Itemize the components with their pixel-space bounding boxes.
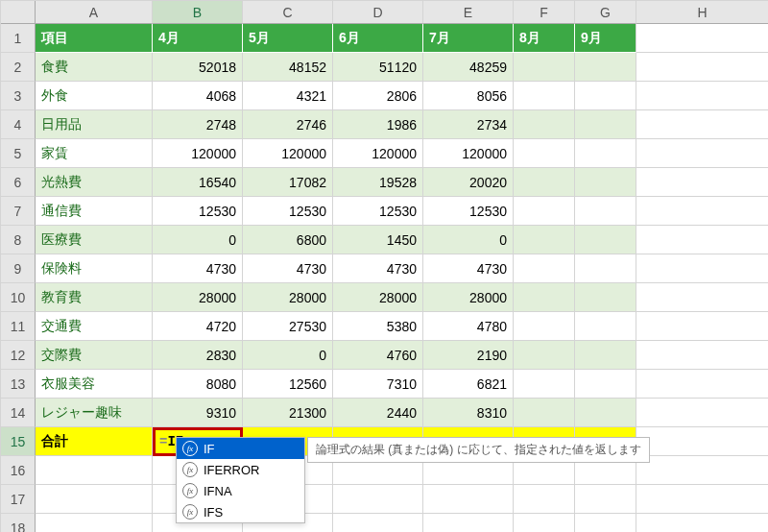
empty-cell[interactable] xyxy=(636,82,768,110)
table-cell[interactable] xyxy=(575,82,636,110)
row-header-15[interactable]: 15 xyxy=(1,427,36,456)
empty-cell[interactable] xyxy=(423,485,514,514)
row-header[interactable]: 9 xyxy=(1,254,36,283)
row-header[interactable]: 11 xyxy=(1,312,36,341)
table-cell[interactable] xyxy=(575,283,636,312)
table-cell-item[interactable]: 教育費 xyxy=(36,283,153,312)
empty-cell[interactable] xyxy=(636,485,768,514)
table-cell[interactable]: 17082 xyxy=(243,168,333,197)
empty-cell[interactable] xyxy=(636,168,768,197)
table-cell[interactable]: 28000 xyxy=(243,283,333,312)
table-cell[interactable] xyxy=(514,110,575,139)
empty-cell[interactable] xyxy=(636,139,768,168)
col-header-B[interactable]: B xyxy=(153,1,243,24)
table-cell[interactable] xyxy=(514,226,575,254)
empty-cell[interactable] xyxy=(636,53,768,82)
row-header[interactable]: 8 xyxy=(1,226,36,254)
table-cell[interactable]: 8056 xyxy=(423,82,514,110)
empty-cell[interactable] xyxy=(575,514,636,532)
table-cell[interactable]: 4730 xyxy=(423,254,514,283)
table-cell[interactable] xyxy=(575,53,636,82)
table-cell[interactable]: 2746 xyxy=(243,110,333,139)
table-cell[interactable]: 4730 xyxy=(153,254,243,283)
table-cell[interactable]: 12530 xyxy=(423,197,514,226)
table-cell[interactable]: 7310 xyxy=(333,370,423,399)
row-header[interactable]: 13 xyxy=(1,370,36,399)
selectall-corner[interactable] xyxy=(1,1,36,24)
table-cell[interactable]: 4760 xyxy=(333,341,423,370)
table-cell[interactable]: 4730 xyxy=(333,254,423,283)
empty-cell[interactable] xyxy=(636,283,768,312)
autocomplete-item-ifna[interactable]: fx IFNA xyxy=(177,480,304,501)
table-cell[interactable]: 28000 xyxy=(423,283,514,312)
table-cell[interactable]: 4720 xyxy=(153,312,243,341)
table-cell[interactable]: 0 xyxy=(153,226,243,254)
table-cell[interactable]: 1450 xyxy=(333,226,423,254)
table-cell[interactable] xyxy=(575,399,636,427)
table-cell[interactable] xyxy=(514,399,575,427)
empty-cell[interactable] xyxy=(423,514,514,532)
table-cell-item[interactable]: 家賃 xyxy=(36,139,153,168)
empty-cell[interactable] xyxy=(636,226,768,254)
row-header[interactable]: 7 xyxy=(1,197,36,226)
autocomplete-item-ifs[interactable]: fx IFS xyxy=(177,501,304,522)
empty-cell[interactable] xyxy=(636,197,768,226)
table-cell-item[interactable]: 交通費 xyxy=(36,312,153,341)
row-header[interactable]: 16 xyxy=(1,456,36,485)
table-cell[interactable]: 0 xyxy=(423,226,514,254)
col-header-D[interactable]: D xyxy=(333,1,423,24)
row-header-1[interactable]: 1 xyxy=(1,24,36,53)
autocomplete-item-iferror[interactable]: fx IFERROR xyxy=(177,459,304,480)
col-header-C[interactable]: C xyxy=(243,1,333,24)
table-cell[interactable]: 120000 xyxy=(423,139,514,168)
table-cell[interactable] xyxy=(514,341,575,370)
col-header-E[interactable]: E xyxy=(423,1,514,24)
table-cell[interactable] xyxy=(514,197,575,226)
empty-cell[interactable] xyxy=(333,485,423,514)
table-cell[interactable]: 4321 xyxy=(243,82,333,110)
row-header[interactable]: 17 xyxy=(1,485,36,514)
formula-autocomplete[interactable]: fx IF fx IFERROR fx IFNA fx IFS xyxy=(176,437,305,523)
table-cell-item[interactable]: 保険料 xyxy=(36,254,153,283)
empty-cell[interactable] xyxy=(636,341,768,370)
row-header[interactable]: 12 xyxy=(1,341,36,370)
table-cell[interactable]: 2190 xyxy=(423,341,514,370)
table-cell[interactable] xyxy=(514,283,575,312)
table-cell[interactable] xyxy=(514,254,575,283)
table-cell[interactable]: 9310 xyxy=(153,399,243,427)
table-cell[interactable]: 2830 xyxy=(153,341,243,370)
table-cell-item[interactable]: レジャー趣味 xyxy=(36,399,153,427)
table-cell-item[interactable]: 衣服美容 xyxy=(36,370,153,399)
empty-cell[interactable] xyxy=(636,427,768,456)
table-header-month[interactable]: 9月 xyxy=(575,24,636,53)
table-cell[interactable]: 120000 xyxy=(153,139,243,168)
table-cell-item[interactable]: 日用品 xyxy=(36,110,153,139)
col-header-G[interactable]: G xyxy=(575,1,636,24)
empty-cell[interactable] xyxy=(575,485,636,514)
empty-cell[interactable] xyxy=(636,254,768,283)
table-cell[interactable] xyxy=(575,197,636,226)
table-cell[interactable]: 12530 xyxy=(243,197,333,226)
table-cell[interactable]: 12560 xyxy=(243,370,333,399)
table-cell[interactable]: 6800 xyxy=(243,226,333,254)
table-cell[interactable]: 12530 xyxy=(333,197,423,226)
table-cell[interactable]: 2440 xyxy=(333,399,423,427)
empty-cell[interactable] xyxy=(636,370,768,399)
table-cell-item[interactable]: 通信費 xyxy=(36,197,153,226)
table-cell[interactable] xyxy=(575,226,636,254)
table-header-month[interactable]: 6月 xyxy=(333,24,423,53)
table-cell[interactable]: 2806 xyxy=(333,82,423,110)
table-header-month[interactable]: 5月 xyxy=(243,24,333,53)
empty-cell[interactable] xyxy=(636,456,768,485)
table-cell[interactable] xyxy=(575,312,636,341)
row-header[interactable]: 2 xyxy=(1,53,36,82)
table-cell[interactable]: 2734 xyxy=(423,110,514,139)
empty-cell[interactable] xyxy=(333,514,423,532)
table-header-item[interactable]: 項目 xyxy=(36,24,153,53)
table-cell[interactable] xyxy=(514,168,575,197)
table-cell[interactable] xyxy=(514,139,575,168)
col-header-F[interactable]: F xyxy=(514,1,575,24)
table-cell[interactable] xyxy=(514,82,575,110)
table-cell[interactable]: 28000 xyxy=(333,283,423,312)
empty-cell[interactable] xyxy=(36,514,153,532)
